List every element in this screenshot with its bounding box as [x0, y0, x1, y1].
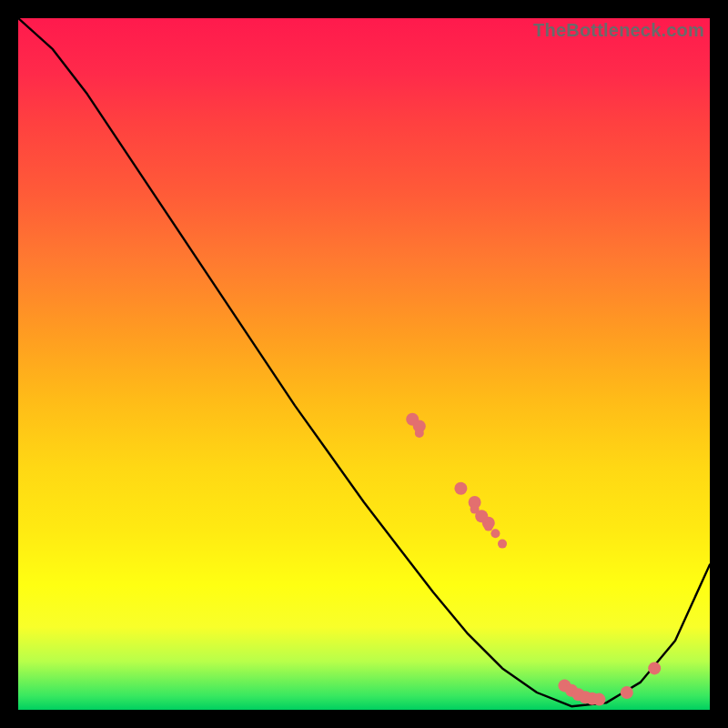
data-point	[498, 540, 507, 549]
data-point	[592, 693, 605, 706]
data-point	[484, 522, 493, 531]
data-point	[454, 482, 467, 495]
scatter-points	[406, 413, 661, 706]
data-point	[415, 429, 424, 438]
chart-svg	[18, 18, 710, 710]
data-point	[621, 686, 633, 699]
data-point	[648, 662, 661, 674]
bottleneck-curve	[18, 18, 710, 706]
curve-path	[18, 18, 710, 706]
data-point	[490, 529, 500, 538]
chart-frame: TheBottleneck.com	[18, 18, 710, 710]
